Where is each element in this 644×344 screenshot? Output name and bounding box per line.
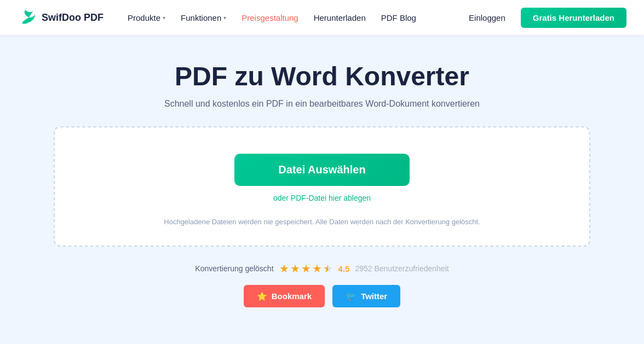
- main-content: PDF zu Word Konverter Schnell und kosten…: [0, 35, 644, 325]
- drop-hint: oder PDF-Datei hier ablegen: [273, 194, 371, 202]
- bookmark-button[interactable]: ⭐ Bookmark: [244, 285, 325, 307]
- star-icon: ⭐: [257, 291, 267, 301]
- chevron-down-icon: ▾: [163, 15, 165, 21]
- select-file-button[interactable]: Datei Auswählen: [234, 154, 409, 186]
- chevron-down-icon: ▾: [223, 15, 226, 21]
- stars: ★ ★ ★ ★ ★ ★: [279, 262, 333, 275]
- twitter-button[interactable]: 🐦 Twitter: [332, 285, 400, 307]
- action-buttons: ⭐ Bookmark 🐦 Twitter: [244, 285, 400, 307]
- navbar-actions: Einloggen Gratis Herunterladen: [462, 8, 626, 28]
- rating-row: Konvertierung gelöscht ★ ★ ★ ★ ★ ★ 4.5 2…: [195, 262, 449, 275]
- rating-score: 4.5: [338, 264, 350, 273]
- upload-box: Datei Auswählen oder PDF-Datei hier able…: [54, 126, 590, 247]
- download-button[interactable]: Gratis Herunterladen: [521, 8, 626, 28]
- privacy-note: Hochgeladene Dateien werden nie gespeich…: [164, 218, 480, 226]
- nav-item-pdf-blog[interactable]: PDF Blog: [375, 9, 423, 27]
- page-title: PDF zu Word Konverter: [175, 61, 469, 91]
- logo-bird-icon: [18, 8, 37, 27]
- star-4: ★: [312, 262, 322, 275]
- navbar: SwifDoo PDF Produkte ▾ Funktionen ▾ Prei…: [0, 0, 644, 35]
- page-subtitle: Schnell und kostenlos ein PDF in ein bea…: [164, 99, 480, 109]
- star-2: ★: [290, 262, 300, 275]
- nav-item-herunterladen[interactable]: Herunterladen: [307, 9, 372, 27]
- rating-count: 2952 Benutzerzufriedenheit: [355, 264, 449, 273]
- nav-item-preisgestaltung[interactable]: Preisgestaltung: [235, 9, 304, 27]
- star-5-half: ★ ★: [323, 262, 333, 275]
- login-button[interactable]: Einloggen: [462, 9, 512, 27]
- star-3: ★: [301, 262, 311, 275]
- rating-label: Konvertierung gelöscht: [195, 264, 273, 273]
- twitter-icon: 🐦: [346, 291, 357, 301]
- logo-link[interactable]: SwifDoo PDF: [18, 8, 104, 27]
- bookmark-label: Bookmark: [272, 291, 312, 301]
- nav-item-funktionen[interactable]: Funktionen ▾: [174, 9, 233, 27]
- star-1: ★: [279, 262, 289, 275]
- nav-menu: Produkte ▾ Funktionen ▾ Preisgestaltung …: [121, 9, 462, 27]
- twitter-label: Twitter: [361, 291, 387, 301]
- nav-item-produkte[interactable]: Produkte ▾: [121, 9, 172, 27]
- logo-text: SwifDoo PDF: [42, 12, 104, 24]
